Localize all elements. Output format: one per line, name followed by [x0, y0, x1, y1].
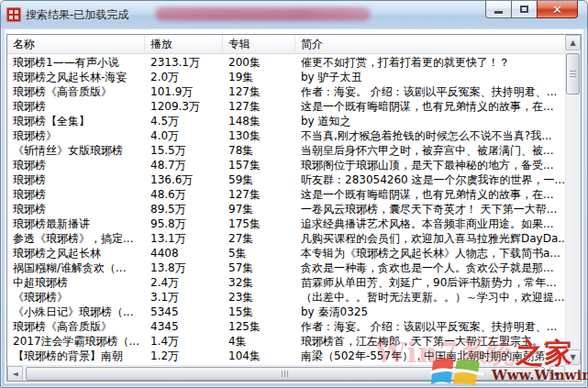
table-row[interactable]: 琅琊榜48.6万127集这是一个既有晦暗阴谋，也有兄弟情义的故事，在...	[7, 187, 565, 202]
cell-name: 2017注会学霸琅琊榜（...	[7, 334, 145, 349]
cell-episodes: 130集	[223, 128, 295, 143]
column-header-desc[interactable]: 简介	[295, 35, 565, 53]
table-row[interactable]: 琅琊榜【全集】4.5万148集by 道知之	[7, 114, 565, 128]
cell-episodes: 200集	[223, 55, 295, 70]
cell-name: 琅琊榜》	[7, 128, 145, 143]
table-row[interactable]: 祸国糨糊/谁解贪欢（...13.8万57集贪欢是一种毒，贪欢也是一个人。贪欢公子…	[7, 261, 565, 275]
cell-desc: 当朝皇后身怀六甲之时，被弃宫中、被屠满门、被...	[295, 143, 565, 158]
cell-name: 琅琊榜《高音质版》	[7, 84, 145, 99]
scroll-right-button[interactable]: ►	[549, 366, 565, 382]
cell-name: 【琅琊榜的背景】南朝	[7, 349, 145, 363]
cell-plays: 1.4万	[145, 334, 223, 349]
column-header-name[interactable]: 名称	[7, 35, 145, 53]
table-row[interactable]: 琅琊榜之风起长林44085集本专辑为《琅琊榜之风起长林》人物志，下载简书a...	[7, 246, 565, 261]
table-row[interactable]: 参透《琅琊榜》，搞定...13.1万27集凡购买课程的会员们，欢迎加入喜马拉雅光…	[7, 231, 565, 246]
cell-plays: 101.9万	[145, 84, 223, 99]
table-row[interactable]: 《小殊日记》琅琊榜（...534515集by 秦清0325	[7, 305, 565, 319]
cell-plays: 13.8万	[145, 261, 223, 275]
cell-desc: 听友群：283054260 这是一个尔虞我诈的世界，一...	[295, 172, 565, 187]
table-row[interactable]: 《琅琊榜》3.1万23集（出差中。。暂时无法更新。。）～学习中，欢迎提...	[7, 290, 565, 305]
table-row[interactable]: 琅琊榜1209.3万127集这是一个既有晦暗阴谋，也有兄弟情义的故事，在...	[7, 99, 565, 114]
app-icon	[6, 7, 21, 22]
cell-desc: 作者：海宴。 介绍：该剧以平反冤案、扶持明君、...	[295, 84, 565, 99]
cell-desc: 不当真,刚才猴急着抢钱的时候怎么不说不当真?我...	[295, 128, 565, 143]
scroll-down-button[interactable]: ▼	[565, 349, 581, 365]
cell-episodes: 127集	[223, 99, 295, 114]
cell-name: 琅琊榜	[7, 187, 145, 202]
vertical-scrollbar[interactable]: ▲ ▼	[565, 35, 581, 365]
cell-name: 琅琊榜之风起长林	[7, 246, 145, 261]
table-row[interactable]: 琅琊榜《高音质版》4345125集作者：海宴。 介绍：该剧以平反冤案、扶持明君、…	[7, 319, 565, 334]
cell-plays: 4.0万	[145, 128, 223, 143]
cell-plays: 15.5万	[145, 143, 223, 158]
table-row[interactable]: 2017注会学霸琅琊榜（...1.4万4集琅琊榜首，江左梅郎，天下第一大帮江左盟…	[7, 334, 565, 349]
cell-desc: by 秦清0325	[295, 305, 565, 319]
results-listview: 名称 播放 专辑 简介 琅琊榜1——有声小说2313.1万200集催更不如打赏，…	[6, 34, 582, 382]
cell-desc: by 道知之	[295, 114, 565, 128]
cell-plays: 4.5万	[145, 114, 223, 128]
table-row[interactable]: 琅琊榜1——有声小说2313.1万200集催更不如打赏，打着打着更的就更快了！？	[7, 55, 565, 70]
cell-plays: 1.2万	[145, 349, 223, 363]
cell-name: 中超琅琊榜	[7, 275, 145, 290]
table-row[interactable]: 琅琊榜89.5万97集一卷风云琅琊榜，囊尽天下奇英才！ 天下第一大帮...	[7, 202, 565, 216]
cell-desc: 琅琊阁位于琅琊山顶，是天下最神秘的地方，备受...	[295, 158, 565, 172]
table-row[interactable]: 琅琊榜48.7万157集琅琊阁位于琅琊山顶，是天下最神秘的地方，备受...	[7, 158, 565, 172]
table-row[interactable]: 琅琊榜136.6万59集听友群：283054260 这是一个尔虞我诈的世界，一.…	[7, 172, 565, 187]
maximize-button[interactable]	[512, 1, 537, 18]
cell-episodes: 104集	[223, 349, 295, 363]
table-header: 名称 播放 专辑 简介	[7, 35, 565, 54]
cell-episodes: 148集	[223, 114, 295, 128]
column-header-episodes[interactable]: 专辑	[223, 35, 295, 53]
cell-name: 《斩情丝》女版琅琊榜	[7, 143, 145, 158]
cell-episodes: 5集	[223, 246, 295, 261]
cell-episodes: 15集	[223, 305, 295, 319]
cell-episodes: 32集	[223, 275, 295, 290]
cell-plays: 4408	[145, 246, 223, 261]
cell-name: 琅琊榜《高音质版》	[7, 319, 145, 334]
cell-episodes: 4集	[223, 334, 295, 349]
cell-plays: 4345	[145, 319, 223, 334]
cell-episodes: 125集	[223, 319, 295, 334]
cell-plays: 2.0万	[145, 70, 223, 84]
cell-episodes: 59集	[223, 172, 295, 187]
cell-desc: 苗霖师从单田芳、刘延广，90后评书新势力，常年...	[295, 275, 565, 290]
arrow-down-icon: ▼	[570, 353, 575, 361]
cell-name: 琅琊榜	[7, 99, 145, 114]
cell-episodes: 157集	[223, 158, 295, 172]
table-row[interactable]: 【琅琊榜的背景】南朝1.2万104集南梁（502年-557年），中国南北朝时期的…	[7, 349, 565, 363]
horizontal-scrollbar[interactable]: ◄ ►	[7, 365, 565, 381]
window-controls: ✕	[485, 1, 578, 18]
minimize-icon	[494, 11, 503, 14]
cell-desc: 这是一个既有晦暗阴谋，也有兄弟情义的故事，在...	[295, 187, 565, 202]
cell-episodes: 97集	[223, 202, 295, 216]
cell-plays: 13.1万	[145, 231, 223, 246]
table-row[interactable]: 《斩情丝》女版琅琊榜15.5万78集当朝皇后身怀六甲之时，被弃宫中、被屠满门、被…	[7, 143, 565, 158]
cell-name: 琅琊榜	[7, 158, 145, 172]
cell-plays: 2.4万	[145, 275, 223, 290]
cell-desc: 贪欢是一种毒，贪欢也是一个人。贪欢公子就是那...	[295, 261, 565, 275]
blurred-watermark	[155, 7, 371, 21]
horizontal-scroll-thumb[interactable]	[26, 367, 545, 381]
cell-desc: by 驴子太丑	[295, 70, 565, 84]
scroll-up-button[interactable]: ▲	[565, 35, 581, 50]
cell-plays: 48.7万	[145, 158, 223, 172]
arrow-left-icon: ◄	[12, 370, 17, 378]
arrow-up-icon: ▲	[570, 39, 575, 47]
table-row[interactable]: 琅琊榜《高音质版》101.9万127集作者：海宴。 介绍：该剧以平反冤案、扶持明…	[7, 84, 565, 99]
table-row[interactable]: 中超琅琊榜2.4万32集苗霖师从单田芳、刘延广，90后评书新势力，常年...	[7, 275, 565, 290]
close-button[interactable]: ✕	[537, 1, 578, 18]
vertical-scroll-thumb[interactable]	[566, 53, 580, 94]
cell-episodes: 127集	[223, 187, 295, 202]
column-header-plays[interactable]: 播放	[145, 35, 223, 53]
minimize-button[interactable]	[485, 1, 512, 18]
cell-episodes: 23集	[223, 290, 295, 305]
cell-desc: 这是一个既有晦暗阴谋，也有兄弟情义的故事，在...	[295, 99, 565, 114]
scroll-left-button[interactable]: ◄	[7, 366, 23, 382]
table-row[interactable]: 琅琊榜》4.0万130集不当真,刚才猴急着抢钱的时候怎么不说不当真?我...	[7, 128, 565, 143]
cell-desc: 作者：海宴。 介绍：该剧以平反冤案、扶持明君、...	[295, 319, 565, 334]
cell-name: 琅琊榜1——有声小说	[7, 55, 145, 70]
cell-plays: 5345	[145, 305, 223, 319]
table-row[interactable]: 琅琊榜最新播讲95.8万175集追求经典播讲艺术风格。本音频非商业用途。如果..…	[7, 216, 565, 231]
table-row[interactable]: 琅琊榜之风起长林-海宴2.0万19集by 驴子太丑	[7, 70, 565, 84]
cell-plays: 136.6万	[145, 172, 223, 187]
